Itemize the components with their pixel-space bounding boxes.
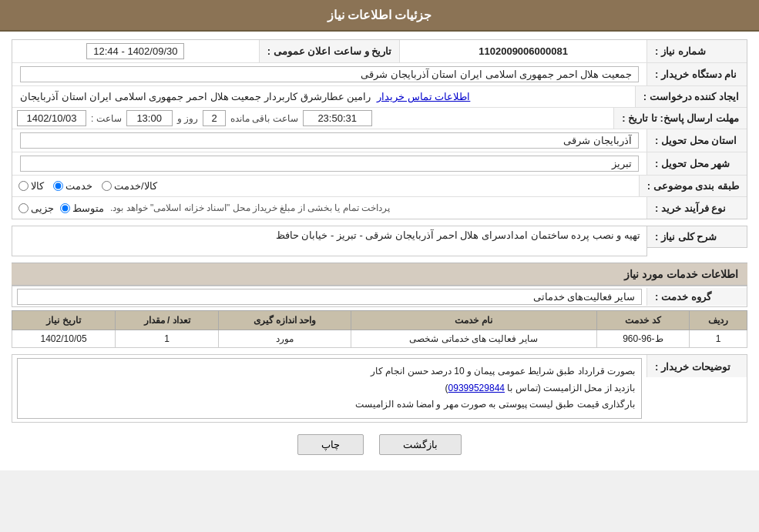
roz-box: 2 — [203, 110, 226, 126]
tozihat-value: بصورت قرارداد طبق شرایط عمومی پیمان و 10… — [12, 355, 646, 422]
ostan-value: آذربایجان شرقی — [12, 129, 646, 152]
noe-farayand-values: پرداخت تمام یا بخشی از مبلغ خریداز محل "… — [12, 197, 646, 219]
row-mohlat: مهلت ارسال پاسخ: تا تاریخ : 23:50:31 ساع… — [12, 108, 747, 129]
col-tedad: تعداد / مقدار — [116, 311, 219, 330]
mohlat-label: مهلت ارسال پاسخ: تا تاریخ : — [613, 108, 747, 129]
mande-box: 23:50:31 — [303, 110, 372, 126]
row-shahr: شهر محل تحویل : تبریز — [12, 152, 747, 176]
row-tabaqeh: طبقه بندی موضوعی : کالا/خدمت خدمت کالا — [12, 176, 747, 197]
info-section-top: شماره نیاز : 1102009006000081 تاریخ و سا… — [12, 39, 747, 219]
row-noe-farayand: نوع فرآیند خرید : پرداخت تمام یا بخشی از… — [12, 197, 747, 219]
shahr-value: تبریز — [12, 152, 646, 175]
ostan-box: آذربایجان شرقی — [20, 132, 639, 149]
group-row: گروه خدمت : سایر فعالیت‌های خدماتی — [12, 286, 747, 307]
sharh-label: شرح کلی نیاز : — [647, 226, 747, 248]
tozihat-line3: بارگذاری قیمت طبق لیست پیوستی به صورت مه… — [24, 396, 635, 413]
main-content: شماره نیاز : 1102009006000081 تاریخ و سا… — [0, 32, 759, 470]
ijad-value: اطلاعات تماس خریدار رامین عطارشرق کاربرد… — [12, 86, 635, 107]
row-ostan: استان محل تحویل : آذربایجان شرقی — [12, 129, 747, 152]
namdastgah-label: نام دستگاه خریدار : — [646, 63, 747, 85]
needs-table: ردیف کد خدمت نام خدمت واحد اندازه گیری ت… — [12, 310, 747, 348]
bazgasht-button[interactable]: بازگشت — [379, 434, 462, 455]
tarikh-saat-label: تاریخ و ساعت اعلان عمومی : — [259, 40, 400, 62]
sharh-row: شرح کلی نیاز : تهیه و نصب پرده ساختمان ا… — [12, 226, 747, 256]
tabaqeh-khedmat[interactable]: خدمت — [53, 180, 92, 192]
mohlat-values: 23:50:31 ساعت باقی مانده 2 روز و 13:00 س… — [12, 108, 613, 129]
col-radif: ردیف — [690, 311, 747, 330]
cell-kodKhedmat: ط-96-960 — [596, 330, 690, 348]
tozihat-label: توضیحات خریدار : — [646, 355, 747, 377]
saat-box: 13:00 — [126, 110, 173, 126]
page-header: جزئیات اطلاعات نیاز — [0, 0, 759, 32]
tozihat-row: توضیحات خریدار : بصورت قرارداد طبق شرایط… — [12, 354, 747, 423]
ijad-label: ایجاد کننده درخواست : — [635, 86, 747, 107]
cell-vahed: مورد — [219, 330, 351, 348]
tabaqeh-kala[interactable]: کالا — [18, 180, 44, 192]
cell-radif: 1 — [690, 330, 747, 348]
tozihat-phone[interactable]: 09399529844 — [448, 383, 505, 393]
tabaqeh-kala-khedmat[interactable]: کالا/خدمت — [102, 180, 157, 192]
namdastgah-box: جمعیت هلال احمر جمهوری اسلامی ایران استا… — [20, 66, 639, 82]
shahr-box: تبریز — [20, 156, 639, 172]
shomare-niaz-label: شماره نیاز : — [646, 40, 747, 62]
tabaqeh-label: طبقه بندی موضوعی : — [639, 176, 747, 196]
table-header-row: ردیف کد خدمت نام خدمت واحد اندازه گیری ت… — [12, 311, 747, 330]
page-wrapper: جزئیات اطلاعات نیاز شماره نیاز : 1102009… — [0, 0, 759, 470]
date-box: 1402/10/03 — [17, 110, 86, 126]
shahr-label: شهر محل تحویل : — [646, 152, 747, 175]
description-box: بصورت قرارداد طبق شرایط عمومی پیمان و 10… — [17, 358, 642, 419]
tabaqeh-radio-group: کالا/خدمت خدمت کالا — [12, 176, 639, 196]
col-tarikh: تاریخ نیاز — [12, 311, 116, 330]
cell-tarixNiaz: 1402/10/05 — [12, 330, 116, 348]
page-title: جزئیات اطلاعات نیاز — [327, 8, 432, 22]
group-label: گروه خدمت : — [646, 288, 747, 306]
sharh-value: تهیه و نصب پرده ساختمان امدادسرای هلال ا… — [12, 226, 647, 256]
namdastgah-value: جمعیت هلال احمر جمهوری اسلامی ایران استا… — [12, 63, 646, 85]
group-box: سایر فعالیت‌های خدماتی — [17, 289, 642, 305]
row-ijad: ایجاد کننده درخواست : اطلاعات تماس خریدا… — [12, 86, 747, 108]
row-shomare-tarikh: شماره نیاز : 1102009006000081 تاریخ و سا… — [12, 40, 747, 63]
tozihat-line1: بصورت قرارداد طبق شرایط عمومی پیمان و 10… — [24, 363, 635, 380]
ostan-label: استان محل تحویل : — [646, 129, 747, 152]
table-row: 1ط-96-960سایر فعالیت های خدماتی شخصیمورد… — [12, 330, 747, 348]
needs-section-header: اطلاعات خدمات مورد نیاز — [12, 263, 747, 286]
col-kod: کد خدمت — [596, 311, 690, 330]
row-namdastgah: نام دستگاه خریدار : جمعیت هلال احمر جمهو… — [12, 63, 747, 86]
noe-farayand-label: نوع فرآیند خرید : — [646, 197, 747, 219]
col-nam: نام خدمت — [351, 311, 596, 330]
col-vahed: واحد اندازه گیری — [219, 311, 351, 330]
button-row: بازگشت چاپ — [12, 423, 747, 463]
tarikh-saat-value: 1402/09/30 - 12:44 — [12, 40, 259, 62]
tarikh-saat-box: 1402/09/30 - 12:44 — [86, 43, 184, 59]
farayand-motavaset[interactable]: متوسط — [60, 202, 104, 214]
shomare-niaz-value: 1102009006000081 — [400, 40, 646, 62]
tozihat-line2: بازدید از محل الزامیست (تماس با 09399529… — [24, 380, 635, 397]
cell-namKhedmat: سایر فعالیت های خدماتی شخصی — [351, 330, 596, 348]
cell-tedad: 1 — [116, 330, 219, 348]
chap-button[interactable]: چاپ — [297, 434, 364, 455]
ijad-link[interactable]: اطلاعات تماس خریدار — [377, 91, 470, 102]
farayand-jozi[interactable]: جزیی — [18, 202, 54, 214]
group-value: سایر فعالیت‌های خدماتی — [12, 287, 646, 306]
